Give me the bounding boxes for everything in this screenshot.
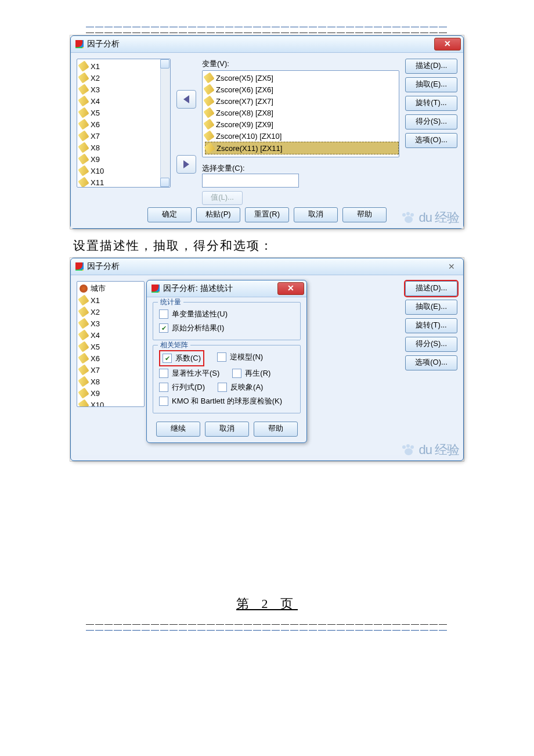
list-item[interactable]: X1 xyxy=(80,294,144,306)
help-button[interactable]: 帮助 xyxy=(342,207,387,222)
list-item[interactable]: X5 xyxy=(80,107,170,118)
scale-icon xyxy=(78,107,89,118)
app-icon xyxy=(75,262,84,271)
list-item[interactable]: X1 xyxy=(80,60,170,72)
checkbox-icon[interactable] xyxy=(232,369,241,378)
list-item[interactable]: X3 xyxy=(80,84,170,95)
watermark: du 经验 xyxy=(401,441,459,459)
help-button[interactable]: 帮助 xyxy=(254,422,298,437)
options-button[interactable]: 选项(O)... xyxy=(405,133,457,148)
list-item[interactable]: Zscore(X9) [ZX9] xyxy=(205,118,399,130)
list-item[interactable]: Zscore(X7) [ZX7] xyxy=(205,95,399,107)
scroll-thumb-icon[interactable] xyxy=(160,178,169,187)
cancel-button[interactable]: 取消 xyxy=(294,207,338,222)
list-item[interactable]: X10 xyxy=(80,165,170,177)
move-left-button[interactable] xyxy=(176,90,196,109)
list-item[interactable]: X9 xyxy=(80,153,170,165)
list-item-selected[interactable]: Zscore(X11) [ZX11] xyxy=(205,142,399,154)
page-number: 第 2 页 xyxy=(70,595,464,613)
list-item[interactable]: Zscore(X10) [ZX10] xyxy=(205,130,399,142)
app-icon xyxy=(151,285,160,293)
titlebar: 因子分析 ✕ xyxy=(71,36,463,53)
paste-button[interactable]: 粘贴(P) xyxy=(196,207,240,222)
checkbox-icon[interactable] xyxy=(218,383,227,392)
scores-button[interactable]: 得分(S)... xyxy=(405,337,457,352)
list-item[interactable]: X2 xyxy=(80,72,170,84)
app-icon xyxy=(75,40,84,48)
select-var-input[interactable] xyxy=(202,174,299,188)
rotate-button[interactable]: 旋转(T)... xyxy=(405,318,457,333)
options-button[interactable]: 选项(O)... xyxy=(405,355,457,370)
close-icon[interactable]: ✕ xyxy=(442,260,461,273)
list-item[interactable]: Zscore(X6) [ZX6] xyxy=(205,84,399,95)
list-item[interactable]: X6 xyxy=(80,118,170,130)
list-item[interactable]: X7 xyxy=(80,130,170,142)
bottom-divider-blue: ——————————————————————————————————————— xyxy=(70,627,464,632)
list-item[interactable]: X5 xyxy=(80,341,144,352)
list-item[interactable]: X2 xyxy=(80,306,144,318)
scores-button[interactable]: 得分(S)... xyxy=(405,114,457,129)
screenshot-2: 因子分析 ✕ 城市 X1 X2 X3 X4 X5 X6 xyxy=(70,257,464,462)
scale-icon xyxy=(203,72,214,83)
continue-button[interactable]: 继续 xyxy=(156,422,200,437)
chk-sig: 显著性水平(S) xyxy=(159,366,219,380)
move-right-button[interactable] xyxy=(176,155,196,174)
variables-label: 变量(V): xyxy=(202,59,399,70)
scale-icon xyxy=(78,130,89,141)
close-icon[interactable]: ✕ xyxy=(277,282,304,295)
list-item[interactable]: X3 xyxy=(80,318,144,329)
extract-button[interactable]: 抽取(E)... xyxy=(405,77,457,92)
list-item[interactable]: X10 xyxy=(80,399,144,407)
watermark: du 经验 xyxy=(401,209,459,226)
list-item[interactable]: X9 xyxy=(80,387,144,399)
scale-icon xyxy=(78,142,89,153)
nominal-icon xyxy=(80,285,88,293)
checkbox-icon[interactable] xyxy=(217,352,226,362)
value-button: 值(L)... xyxy=(202,191,243,205)
chk-coef: ✔ 系数(C) xyxy=(159,350,204,366)
scrollbar[interactable] xyxy=(160,59,170,187)
scale-icon xyxy=(78,72,89,83)
scale-icon xyxy=(78,294,89,305)
list-item[interactable]: X8 xyxy=(80,142,170,153)
scroll-thumb-icon[interactable] xyxy=(160,59,169,69)
scale-icon xyxy=(78,376,89,387)
cancel-button[interactable]: 取消 xyxy=(205,422,249,437)
describe-button[interactable]: 描述(D)... xyxy=(405,59,457,74)
scale-icon xyxy=(78,329,89,340)
titlebar: 因子分析: 描述统计 ✕ xyxy=(147,280,306,297)
extract-button[interactable]: 抽取(E)... xyxy=(405,300,457,315)
chk-kmo: KMO 和 Bartlett 的球形度检验(K) xyxy=(159,394,294,408)
checkbox-icon[interactable] xyxy=(159,383,168,392)
list-item[interactable]: X4 xyxy=(80,95,170,107)
rotate-button[interactable]: 旋转(T)... xyxy=(405,96,457,111)
dialog-title: 因子分析 xyxy=(87,39,120,49)
checkbox-icon[interactable]: ✔ xyxy=(163,354,172,363)
list-item[interactable]: X11 xyxy=(80,177,170,188)
list-item[interactable]: X6 xyxy=(80,352,144,364)
list-item[interactable]: Zscore(X8) [ZX8] xyxy=(205,107,399,118)
scale-icon xyxy=(203,107,214,118)
source-var-listbox[interactable]: 城市 X1 X2 X3 X4 X5 X6 X7 X8 X9 X10 xyxy=(77,281,145,407)
list-item[interactable]: Zscore(X5) [ZX5] xyxy=(205,72,399,84)
paw-icon xyxy=(401,211,416,224)
checkbox-icon[interactable]: ✔ xyxy=(159,323,168,333)
scale-icon xyxy=(78,352,89,363)
variables-listbox[interactable]: Zscore(X5) [ZX5] Zscore(X6) [ZX6] Zscore… xyxy=(202,70,399,157)
source-var-listbox[interactable]: X1 X2 X3 X4 X5 X6 X7 X8 X9 X10 X11 xyxy=(77,59,171,188)
scale-icon xyxy=(203,84,214,95)
describe-button[interactable]: 描述(D)... xyxy=(405,281,457,296)
factor-dialog-2: 因子分析 ✕ 城市 X1 X2 X3 X4 X5 X6 xyxy=(70,258,464,461)
list-item[interactable]: X4 xyxy=(80,329,144,341)
close-icon[interactable]: ✕ xyxy=(434,38,461,51)
list-item[interactable]: X8 xyxy=(80,376,144,387)
checkbox-icon[interactable] xyxy=(159,397,168,406)
checkbox-icon[interactable] xyxy=(159,369,168,378)
checkbox-icon[interactable] xyxy=(159,309,168,319)
chk-univariate: 单变量描述性(U) xyxy=(159,307,294,321)
scale-icon xyxy=(78,84,89,95)
list-item[interactable]: 城市 xyxy=(80,283,144,294)
list-item[interactable]: X7 xyxy=(80,364,144,376)
ok-button[interactable]: 确定 xyxy=(147,207,192,222)
reset-button[interactable]: 重置(R) xyxy=(245,207,289,222)
